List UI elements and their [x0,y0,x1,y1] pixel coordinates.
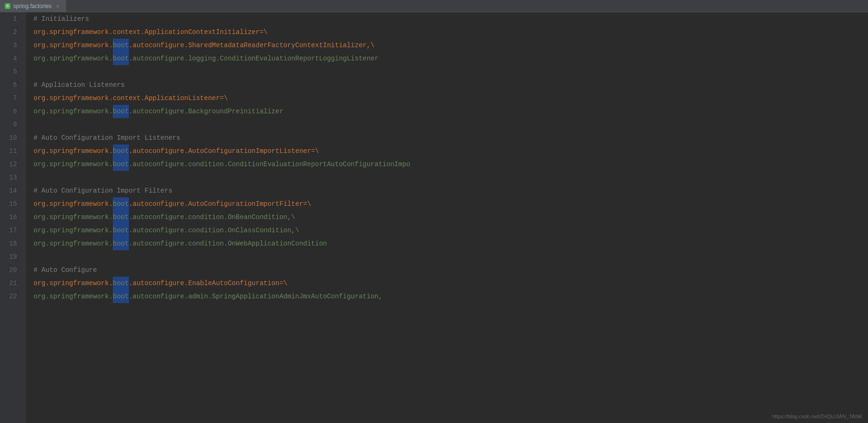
code-segment: .autoconfigure.admin.SpringApplicationAd… [129,290,383,303]
code-segment: .autoconfigure.condition.OnWebApplicatio… [129,237,327,250]
code-segment: boot [113,197,129,211]
line-number: 7 [0,92,22,105]
line-number: 20 [0,263,22,277]
code-segment: boot [113,237,129,250]
code-line: org.springframework.boot.autoconfigure.c… [34,158,868,171]
line-number: 21 [0,277,22,290]
line-number: 1 [0,12,22,25]
code-line: org.springframework.boot.autoconfigure.B… [34,105,868,118]
code-line: org.springframework.boot.autoconfigure.c… [34,211,868,224]
comment-text: # Auto Configure [34,263,97,277]
code-line: # Application Listeners [34,78,868,92]
code-segment: .autoconfigure.condition.ConditionEvalua… [129,158,411,171]
code-segment: org.springframework. [34,52,113,65]
line-number: 18 [0,237,22,250]
line-number: 2 [0,25,22,39]
code-line: org.springframework.boot.autoconfigure.A… [34,197,868,211]
line-number: 10 [0,131,22,144]
code-line: # Auto Configure [34,263,868,277]
code-segment: org.springframework. [34,158,113,171]
code-segment: org.springframework.context.ApplicationC… [34,25,268,39]
code-segment: org.springframework. [34,224,113,237]
code-segment: boot [113,277,129,290]
tab-label: spring.factories [13,3,51,9]
line-numbers: 12345678910111213141516171819202122 [0,12,26,423]
code-segment: boot [113,39,129,52]
code-line [34,118,868,131]
code-line: org.springframework.context.ApplicationL… [34,92,868,105]
tab-spring-factories[interactable]: S spring.factories × [0,0,66,12]
line-number: 6 [0,78,22,92]
code-segment: org.springframework. [34,290,113,303]
comment-text: # Auto Configuration Import Filters [34,184,172,197]
code-segment: boot [113,290,129,303]
line-number: 12 [0,158,22,171]
code-line: # Auto Configuration Import Filters [34,184,868,197]
code-segment: .autoconfigure.logging.ConditionEvaluati… [129,52,379,65]
code-line [34,171,868,184]
comment-text: # Auto Configuration Import Listeners [34,131,180,144]
editor-container: 12345678910111213141516171819202122 # In… [0,12,868,423]
code-segment: .autoconfigure.condition.OnClassConditio… [129,224,299,237]
line-number: 11 [0,144,22,158]
line-number: 14 [0,184,22,197]
code-segment: .autoconfigure.BackgroundPreinitializer [129,105,284,118]
code-segment: boot [113,105,129,118]
tab-icon: S [5,3,10,9]
code-segment: .autoconfigure.condition.OnBeanCondition… [129,211,295,224]
code-line: org.springframework.boot.autoconfigure.l… [34,52,868,65]
code-line: org.springframework.boot.autoconfigure.E… [34,277,868,290]
line-number: 22 [0,290,22,303]
line-number: 16 [0,211,22,224]
code-content[interactable]: # Initializersorg.springframework.contex… [26,12,868,423]
code-line: org.springframework.boot.autoconfigure.c… [34,237,868,250]
code-line [34,250,868,263]
code-segment: org.springframework. [34,277,113,290]
code-line: org.springframework.boot.autoconfigure.a… [34,290,868,303]
code-segment: boot [113,52,129,65]
line-number: 4 [0,52,22,65]
comment-text: # Initializers [34,12,89,25]
tab-close-button[interactable]: × [54,3,61,9]
tab-bar: S spring.factories × [0,0,868,12]
code-line [34,65,868,78]
code-segment: .autoconfigure.AutoConfigurationImportLi… [129,144,319,158]
code-segment: org.springframework.context.ApplicationL… [34,92,228,105]
watermark: https://blog.csdn.net/ZHQUJIAN_TANK [772,414,862,419]
code-line: org.springframework.boot.autoconfigure.c… [34,224,868,237]
line-number: 5 [0,65,22,78]
code-segment: org.springframework. [34,144,113,158]
code-line: # Auto Configuration Import Listeners [34,131,868,144]
code-segment: boot [113,211,129,224]
line-number: 19 [0,250,22,263]
code-line: org.springframework.boot.autoconfigure.S… [34,39,868,52]
comment-text: # Application Listeners [34,78,125,92]
line-number: 15 [0,197,22,211]
code-segment: org.springframework. [34,237,113,250]
code-segment: org.springframework. [34,105,113,118]
code-segment: org.springframework. [34,211,113,224]
code-line: org.springframework.boot.autoconfigure.A… [34,144,868,158]
line-number: 9 [0,118,22,131]
line-number: 3 [0,39,22,52]
code-segment: .autoconfigure.SharedMetadataReaderFacto… [129,39,375,52]
code-area: 12345678910111213141516171819202122 # In… [0,12,868,423]
line-number: 13 [0,171,22,184]
code-segment: boot [113,144,129,158]
code-line: org.springframework.context.ApplicationC… [34,25,868,39]
line-number: 8 [0,105,22,118]
code-segment: boot [113,224,129,237]
code-line: # Initializers [34,12,868,25]
code-segment: org.springframework. [34,39,113,52]
code-segment: boot [113,158,129,171]
line-number: 17 [0,224,22,237]
code-segment: org.springframework. [34,197,113,211]
code-segment: .autoconfigure.EnableAutoConfiguration=\ [129,277,287,290]
code-segment: .autoconfigure.AutoConfigurationImportFi… [129,197,311,211]
